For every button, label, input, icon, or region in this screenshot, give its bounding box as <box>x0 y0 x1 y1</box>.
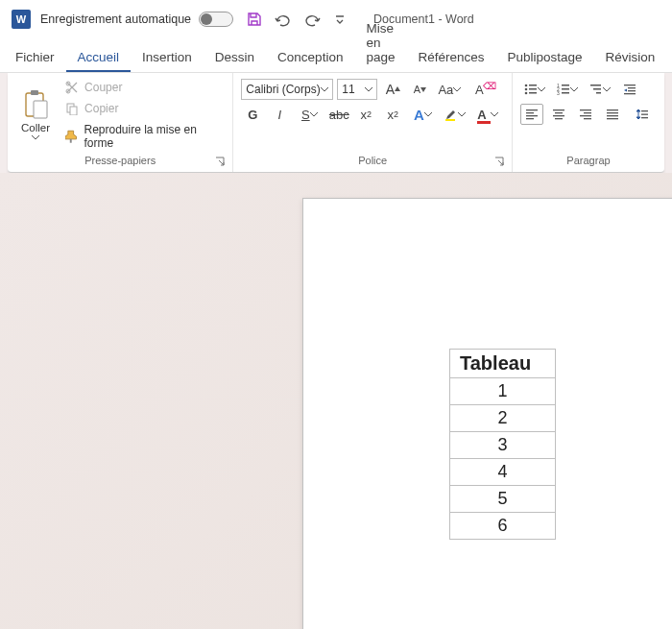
chevron-down-icon <box>603 87 611 92</box>
align-right-button[interactable] <box>574 104 597 125</box>
copy-icon <box>65 102 79 115</box>
tab-a[interactable]: A <box>666 42 672 72</box>
table-cell[interactable]: 4 <box>450 459 556 486</box>
save-icon[interactable] <box>247 12 262 27</box>
clipboard-icon <box>22 89 49 120</box>
tab-fichier[interactable]: Fichier <box>4 42 66 72</box>
text-effects-button[interactable]: A <box>408 104 437 125</box>
svg-point-9 <box>525 85 528 87</box>
decrease-indent-button[interactable] <box>618 79 641 100</box>
document-table[interactable]: Tableau123456 <box>449 349 556 540</box>
svg-rect-36 <box>580 109 591 110</box>
svg-rect-39 <box>584 118 591 119</box>
chevron-down-icon <box>538 87 545 92</box>
chevron-down-icon <box>321 87 328 92</box>
clear-formatting-button[interactable]: A⌫ <box>468 79 491 100</box>
bullets-button[interactable] <box>520 79 549 100</box>
numbering-button[interactable]: 123 <box>553 79 582 100</box>
svg-rect-22 <box>593 88 601 90</box>
shrink-font-button[interactable]: A <box>408 79 431 100</box>
chevron-down-icon <box>491 112 498 117</box>
table-cell[interactable]: 2 <box>450 405 556 432</box>
paste-button[interactable]: Coller <box>13 77 58 153</box>
align-left-button[interactable] <box>520 104 543 125</box>
chevron-down-icon <box>310 112 318 117</box>
change-case-button[interactable]: Aa <box>435 79 464 100</box>
multilevel-list-button[interactable] <box>586 79 614 100</box>
font-launcher[interactable] <box>494 157 506 168</box>
document-page[interactable]: Tableau123456 <box>302 198 672 629</box>
highlight-icon <box>444 108 458 121</box>
italic-button[interactable]: I <box>268 104 291 125</box>
svg-rect-32 <box>553 109 564 110</box>
paragraph-group-label: Paragrap <box>566 155 610 166</box>
customize-qat-icon[interactable] <box>335 12 345 26</box>
font-group-label: Police <box>358 155 387 166</box>
tab-dessin[interactable]: Dessin <box>204 42 266 72</box>
chevron-down-icon <box>32 135 39 140</box>
superscript-button[interactable]: x2 <box>381 104 404 125</box>
svg-rect-29 <box>526 112 534 113</box>
clipboard-launcher[interactable] <box>215 157 227 168</box>
table-cell[interactable]: 5 <box>450 486 556 513</box>
format-painter-button[interactable]: Reproduire la mise en forme <box>61 121 227 152</box>
tab-conception[interactable]: Conception <box>266 42 354 72</box>
svg-rect-10 <box>529 85 537 86</box>
font-name-combo[interactable]: Calibri (Corps) <box>241 79 333 100</box>
svg-rect-14 <box>529 92 537 94</box>
table-cell[interactable]: 6 <box>450 513 556 540</box>
svg-rect-37 <box>584 112 591 113</box>
copy-label: Copier <box>84 102 118 115</box>
highlight-button[interactable] <box>441 104 469 125</box>
tab-publipostage[interactable]: Publipostage <box>495 42 593 72</box>
svg-rect-21 <box>590 85 601 86</box>
cut-button[interactable]: Couper <box>61 79 227 96</box>
svg-rect-18 <box>562 88 569 90</box>
tab-insertion[interactable]: Insertion <box>131 42 204 72</box>
svg-rect-2 <box>34 101 47 118</box>
multilevel-icon <box>589 83 603 96</box>
chevron-down-icon <box>570 87 578 92</box>
svg-rect-30 <box>526 115 538 116</box>
redo-button[interactable] <box>304 12 324 27</box>
svg-text:3: 3 <box>557 90 560 96</box>
autosave-label: Enregistrement automatique <box>40 12 191 26</box>
clipboard-group-label: Presse-papiers <box>84 155 156 166</box>
svg-rect-7 <box>70 138 72 142</box>
tab-accueil[interactable]: Accueil <box>66 42 132 72</box>
justify-button[interactable] <box>601 104 624 125</box>
align-left-icon <box>525 108 539 121</box>
bold-button[interactable]: G <box>241 104 264 125</box>
subscript-button[interactable]: x2 <box>354 104 377 125</box>
document-area[interactable]: Tableau123456 <box>0 173 672 629</box>
font-color-button[interactable]: A <box>473 104 502 125</box>
table-cell[interactable]: 3 <box>450 432 556 459</box>
align-center-button[interactable] <box>547 104 570 125</box>
copy-button[interactable]: Copier <box>61 100 227 117</box>
svg-point-13 <box>525 92 528 95</box>
svg-rect-25 <box>628 87 636 88</box>
undo-button[interactable] <box>274 12 293 27</box>
paste-label: Coller <box>21 122 50 133</box>
table-header-cell[interactable]: Tableau <box>450 350 556 378</box>
svg-rect-41 <box>607 112 618 113</box>
autosave-toggle[interactable] <box>199 12 233 27</box>
align-right-icon <box>579 108 592 121</box>
brush-icon <box>65 130 78 143</box>
table-cell[interactable]: 1 <box>450 378 556 405</box>
svg-rect-20 <box>562 92 569 94</box>
tab-références[interactable]: Références <box>406 42 495 72</box>
underline-button[interactable]: S <box>295 104 324 125</box>
group-font: Calibri (Corps) 11 A A Aa A⌫ G I S abc x… <box>233 73 513 172</box>
tab-mise-en-page[interactable]: Mise en page <box>354 13 406 72</box>
cut-label: Couper <box>84 81 122 94</box>
line-spacing-button[interactable] <box>628 104 657 125</box>
strikethrough-button[interactable]: abc <box>327 104 350 125</box>
chevron-down-icon <box>453 87 461 92</box>
tab-révision[interactable]: Révision <box>594 42 667 72</box>
grow-font-button[interactable]: A <box>381 79 404 100</box>
svg-rect-42 <box>607 115 618 116</box>
svg-rect-16 <box>562 85 569 86</box>
font-name-value: Calibri (Corps) <box>246 83 320 96</box>
font-size-combo[interactable]: 11 <box>337 79 377 100</box>
